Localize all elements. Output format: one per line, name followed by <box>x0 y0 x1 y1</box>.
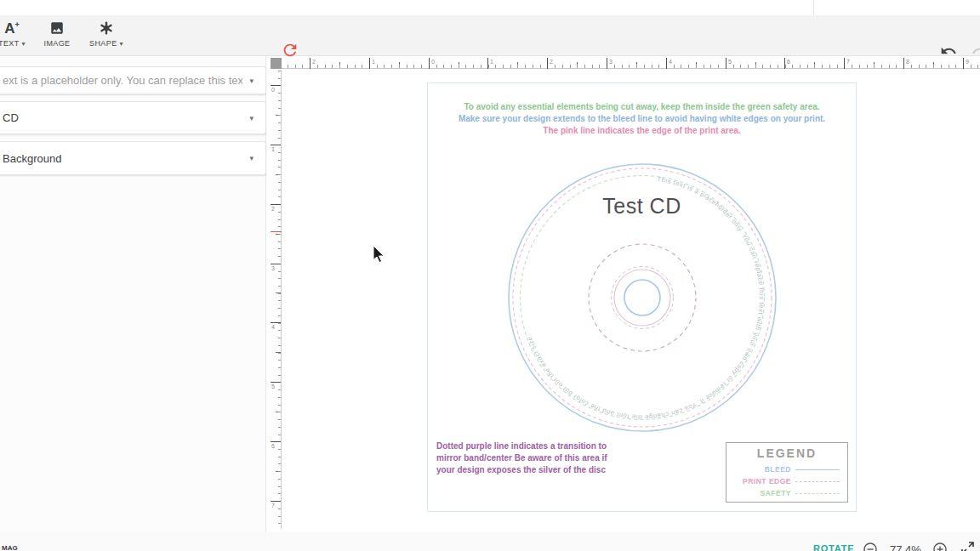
text-tool-label: TEXT <box>0 39 26 48</box>
vertical-ruler: 0 1 2 3 4 5 6 7 <box>271 70 282 529</box>
legend-row-safety: SAFETY <box>726 487 847 499</box>
v-ruler-label: 3 <box>271 264 281 271</box>
h-ruler-label: 8 <box>903 58 909 69</box>
top-band <box>0 0 980 15</box>
design-page[interactable]: This text is a placeholder only. You can… <box>427 82 857 512</box>
legend-box: LEGEND BLEED PRINT EDGE SAFETY <box>726 442 848 503</box>
disc-label-editor: A+ TEXT IMAGE <box>0 0 980 551</box>
chevron-down-icon <box>249 154 254 162</box>
fullscreen-icon[interactable] <box>960 541 975 551</box>
legend-label: PRINT EDGE <box>726 477 791 486</box>
h-ruler-label: 4 <box>666 58 672 69</box>
mouse-cursor <box>373 245 386 269</box>
text-icon: A+ <box>4 19 20 37</box>
layer-item-cd[interactable]: CD <box>0 101 266 134</box>
ruler-corner <box>271 58 282 69</box>
layer-item-background[interactable]: Background <box>0 141 266 175</box>
image-tool-button[interactable]: IMAGE <box>32 19 82 54</box>
status-bar: MAG ROTATE 77.4% <box>0 532 980 551</box>
v-ruler-label: 5 <box>271 382 281 389</box>
v-ruler-label: 2 <box>271 204 281 212</box>
text-tool-button[interactable]: A+ TEXT <box>0 19 37 54</box>
note-line: mirror band/center Be aware of this area… <box>436 452 607 464</box>
legend-row-print-edge: PRINT EDGE <box>726 475 847 487</box>
h-ruler-label: 1 <box>369 58 375 69</box>
legend-title: LEGEND <box>726 446 847 460</box>
v-ruler-label: 7 <box>271 501 281 508</box>
instruction-line-pink: The pink line indicates the edge of the … <box>428 125 856 137</box>
h-ruler-label: 2 <box>547 58 553 69</box>
h-ruler-label: 9 <box>963 58 969 69</box>
chevron-down-icon <box>249 114 254 122</box>
center-safety-circle <box>612 267 674 329</box>
layer-item-label: ext is a placeholder only. You can repla… <box>3 74 242 87</box>
image-tool-label: IMAGE <box>43 39 70 48</box>
template-instructions: To avoid any essential elements being cu… <box>428 101 856 137</box>
h-ruler-label: 5 <box>726 58 732 69</box>
top-band-divider <box>813 0 814 15</box>
clipped-bottom-left-text: MAG <box>2 544 18 551</box>
note-line: Dotted purple line indicates a transitio… <box>436 440 607 452</box>
h-ruler-label: 3 <box>607 58 612 69</box>
layers-panel: ext is a placeholder only. You can repla… <box>0 56 266 551</box>
legend-label: SAFETY <box>726 489 791 497</box>
shape-tool-label: SHAPE <box>89 39 123 48</box>
instruction-line-blue: Make sure your design extends to the ble… <box>428 113 856 125</box>
legend-row-bleed: BLEED <box>726 463 847 475</box>
legend-line-sample-print-edge <box>795 481 840 482</box>
zoom-level-value: 77.4% <box>890 543 921 551</box>
v-ruler-label: 1 <box>271 145 281 152</box>
h-ruler-label: 0 <box>429 58 435 69</box>
v-ruler-label: 4 <box>271 322 281 330</box>
shape-icon <box>99 19 114 37</box>
h-ruler-label: 7 <box>844 58 850 69</box>
note-line: your design exposes the silver of the di… <box>436 464 607 476</box>
h-ruler-label: 1 <box>487 58 493 69</box>
toolbar: A+ TEXT IMAGE <box>0 15 980 56</box>
v-ruler-label: 6 <box>271 441 281 449</box>
disc-title-text[interactable]: Test CD <box>428 194 856 219</box>
center-hole-circle <box>624 280 660 315</box>
legend-label: BLEED <box>726 465 791 474</box>
mirror-band-note: Dotted purple line indicates a transitio… <box>436 440 607 476</box>
image-icon <box>49 19 65 37</box>
rotate-button[interactable]: ROTATE <box>813 543 854 551</box>
legend-line-sample-bleed <box>795 469 840 470</box>
legend-line-sample-safety <box>795 493 840 494</box>
mirror-band-circle <box>589 244 696 351</box>
layer-item-label: CD <box>3 111 242 124</box>
ruler-cursor-mark <box>271 231 282 232</box>
h-ruler-label: 2 <box>310 58 316 69</box>
v-ruler-label: 0 <box>271 85 281 93</box>
center-print-edge-circle <box>614 270 670 326</box>
horizontal-ruler: 2 1 0 1 2 3 4 5 6 7 8 9 <box>282 58 980 69</box>
layer-item-placeholder-text[interactable]: ext is a placeholder only. You can repla… <box>0 66 266 94</box>
zoom-in-icon[interactable] <box>932 542 948 551</box>
layer-item-label: Background <box>3 152 242 165</box>
shape-tool-button[interactable]: SHAPE <box>82 19 131 54</box>
chevron-down-icon <box>249 77 254 85</box>
h-ruler-label: 6 <box>784 58 790 69</box>
instruction-line-green: To avoid any essential elements being cu… <box>428 101 856 113</box>
zoom-out-icon[interactable] <box>863 542 878 551</box>
